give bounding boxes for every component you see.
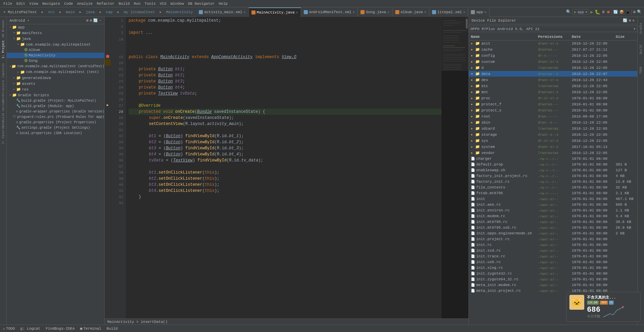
todo-button[interactable]: ⚠ TODO <box>3 326 15 331</box>
menu-navigate[interactable]: Navigate <box>40 2 62 6</box>
file-row-cache[interactable]: ▸ 📁cache drwxrwx--- 2017-07-27 21:11 <box>469 47 637 53</box>
tree-item-app[interactable]: ▾ 📁 app <box>7 24 104 30</box>
tree-item-song[interactable]: 🅐 Song <box>7 58 104 63</box>
close-icon[interactable]: ✕ <box>296 10 298 15</box>
device-selector[interactable]: OPPO R7Plus Android 5.0, API 21 ▾ <box>469 26 637 32</box>
code-text[interactable]: package com.example.cap.mylitepaltest; i… <box>126 17 441 318</box>
file-row-init-trace[interactable]: 📄init.trace.rc -rwxr-xr-- 1970-01-01 08:… <box>469 254 637 259</box>
file-row-d[interactable]: ▸ 📁d lrwxrwxrwx 2018-12-26 22:05 <box>469 65 637 71</box>
sdk-manager-icon[interactable]: 📦 <box>619 10 624 14</box>
menu-window[interactable]: Window <box>168 2 186 6</box>
file-row-sbin[interactable]: ▸ 📁sbin drwx--x--- 2018-12-26 22:05 <box>469 120 637 126</box>
tab-androidmanifest-xml[interactable]: AndroidManifest.xml ✕ <box>301 7 358 17</box>
file-row-protect-s[interactable]: ▸ 📁protect_s drwxrwx--- 2010-01-01 08:00 <box>469 107 637 113</box>
file-row-acct[interactable]: ▸ 📁acct drwxr-xr-x 2018-12-26 22:05 <box>469 41 637 47</box>
sync-button[interactable]: 🔄 <box>613 10 618 14</box>
file-row-fstab[interactable]: 📄fstab.mt6795 -rw-r----- 1970-01-01 08:0… <box>469 190 637 196</box>
run-button[interactable]: ▶ <box>590 9 593 15</box>
menu-vcs[interactable]: VCS <box>158 2 168 6</box>
tree-item-androidtest[interactable]: ▸ 📁 com.example.cap.mylitepaltest (andro… <box>7 63 104 69</box>
tree-item-package[interactable]: ▾ 📁 com.example.cap.mylitepaltest <box>7 42 104 47</box>
file-row-mnt[interactable]: ▸ 📁mnt drwxrwxr-x 2018-12-26 22:05 <box>469 89 637 95</box>
file-row-init-oppo[interactable]: 📄init.oppo.engineermode.sh -rwxr-xr-- 19… <box>469 231 637 236</box>
tab-album-java[interactable]: Album.java ✕ <box>393 7 429 17</box>
file-row-init-zygote64[interactable]: 📄init.zygote64_32.rc -rwxr-xr-- 1970-01-… <box>469 277 637 282</box>
sidebar-item-build-variants[interactable]: 5: Build Variants <box>0 102 6 122</box>
file-row-data[interactable]: ▾ 📁data drwxrwx--x 2018-12-26 22:07 <box>469 71 637 77</box>
debug-button[interactable]: 🐛 <box>595 9 600 15</box>
menu-edit[interactable]: Edit <box>14 2 27 6</box>
file-row-init-aee[interactable]: 📄init.aee.rc -rwxr-xr-- 1970-01-01 08:00… <box>469 202 637 208</box>
sidebar-item-captures[interactable]: Captures <box>0 60 6 80</box>
avd-manager-icon[interactable]: 📱 <box>625 10 630 14</box>
sidebar-settings-icon[interactable]: ⚙ <box>86 18 88 23</box>
tree-item-generatedjava[interactable]: ▸ 📁 generatedJava <box>7 75 104 81</box>
sidebar-item-db-browser[interactable]: DB Browser <box>0 18 6 39</box>
file-row-proc[interactable]: ▸ 📁proc dr-xr-xr-x 1970-01-01 08:00 <box>469 95 637 101</box>
close-icon[interactable]: ✕ <box>424 10 426 14</box>
file-row-sdcard[interactable]: ▸ 📁sdcard lrwxrwxrwx 2018-12-26 22:05 <box>469 126 637 132</box>
menu-code[interactable]: Code <box>62 2 75 6</box>
settings-icon[interactable]: ⚙ <box>629 18 631 23</box>
tree-item-build-gradle-module[interactable]: 🔧 build.gradle (Module: app) <box>7 103 104 109</box>
file-row-init-mt6795-usb[interactable]: 📄init.mt6795.usb.rc -rwxr-xr-- 1970-01-0… <box>469 225 637 231</box>
menu-view[interactable]: View <box>27 2 40 6</box>
file-row-factory-init-project[interactable]: 📄factory_init.project.rc -rw-r--r-- 1970… <box>469 173 637 179</box>
findbugs-button[interactable]: FindBugs-IDEA <box>46 327 75 331</box>
sidebar-item-build[interactable]: Build <box>638 39 644 59</box>
file-row-init-modem[interactable]: 📄init.modem.rc -rwxr-xr-- 1970-01-01 08:… <box>469 213 637 219</box>
breakpoint-marker[interactable] <box>105 53 111 59</box>
menu-build[interactable]: Build <box>116 2 132 6</box>
tree-item-build-gradle-project[interactable]: 🔧 build.gradle (Project: MyLitePalTest) <box>7 98 104 103</box>
logcat-button[interactable]: g: Logcat <box>20 327 40 331</box>
file-row-init-ssd[interactable]: 📄init.ssd.rc -rwxr-xr-- 1970-01-01 08:00 <box>469 248 637 254</box>
build-button[interactable]: Build <box>107 327 118 331</box>
tree-item-java[interactable]: ▾ 📁 java <box>7 36 104 42</box>
file-row-init-usb[interactable]: 📄init.usb.rc -rwxr-xr-- 1970-01-01 08:00 <box>469 259 637 265</box>
menu-tools[interactable]: Tools <box>142 2 158 6</box>
tree-item-mainactivity[interactable]: 🅐 MainActivity <box>7 53 104 58</box>
tree-item-gradle-props[interactable]: ⚙ gradle.properties (Project Properties) <box>7 120 104 125</box>
file-row-init-xlog[interactable]: 📄init.xlog.rc -rwxr-xr-- 1970-01-01 08:0… <box>469 265 637 271</box>
file-row-init-rc[interactable]: 📄init.rc -rwxr-xr-- 1970-01-01 08:00 <box>469 242 637 248</box>
file-row-init-environ[interactable]: 📄init.environ.rc -rwxr-xr-- 1970-01-01 0… <box>469 208 637 213</box>
menu-run[interactable]: Run <box>132 2 142 6</box>
stop-button[interactable]: ⏹ <box>607 10 610 14</box>
tree-item-gradle-wrapper[interactable]: ⚙ gradle-wrapper.properties (Gradle Vers… <box>7 109 104 114</box>
file-row-root[interactable]: ▸ 📁root drwx------ 2016-08-08 17:09 <box>469 113 637 120</box>
search-icon[interactable]: 🔍 <box>637 9 642 15</box>
file-row-config[interactable]: ▸ 📁config dr-x------ 2018-12-26 22:05 <box>469 53 637 59</box>
refresh-icon[interactable]: 🔄 <box>623 18 627 23</box>
search-everywhere-icon[interactable]: 🔍 <box>566 9 571 15</box>
tree-item-gradle-scripts[interactable]: ▾ 📁 Gradle Scripts <box>7 92 104 98</box>
file-row-storage[interactable]: ▸ 📁storage drwxr-x--x 2018-12-26 22:05 <box>469 132 637 138</box>
settings-icon[interactable]: ⚙ <box>633 9 636 15</box>
file-row-etc[interactable]: ▸ 📁etc lrwxrwxrwx 2018-12-26 22:05 <box>469 83 637 89</box>
file-row-factory-init[interactable]: 📄factory_init.rc -rw-r--r-- 1970-01-01 0… <box>469 179 637 185</box>
file-row-init-zygote32[interactable]: 📄init.zygote32.rc -rwxr-xr-- 1970-01-01 … <box>469 271 637 277</box>
file-row-init-mt6795[interactable]: 📄init.mt6795.rc -rwxr-xr-- 1970-01-01 08… <box>469 219 637 225</box>
code-view[interactable]: ▶ 1 2 3 18 19 20 <box>105 17 468 318</box>
file-row-meta-init-modem[interactable]: 📄meta_init.modem.rc -rwxr-xr-- 1970-01-0… <box>469 282 637 288</box>
terminal-button[interactable]: ▣ Terminal <box>80 326 101 331</box>
file-row-default-prop[interactable]: 📄default.prop -rw-r--r-- 1970-01-01 08:0… <box>469 162 637 168</box>
file-row-vendor[interactable]: ▸ 📁vendor lrwxrwxrwx 2018-12-26 22:05 <box>469 150 637 156</box>
coverage-button[interactable]: ⏸ <box>601 10 605 14</box>
close-icon[interactable]: ✕ <box>353 10 355 14</box>
tree-item-manifests[interactable]: ▾ 📁 manifests <box>7 30 104 36</box>
menu-analyze[interactable]: Analyze <box>75 2 95 6</box>
tab-litepal-xml[interactable]: litepal.xml ✕ <box>429 7 468 17</box>
sidebar-collapse-icon[interactable]: - <box>99 18 102 23</box>
run-config-dropdown[interactable]: ▶ app ▾ <box>572 9 589 15</box>
file-row-charger[interactable]: 📄charger -rw-r--r-- 1970-01-01 08:00 <box>469 156 637 162</box>
tree-item-proguard[interactable]: 🛡 proguard-rules.pro (ProGuard Rules for… <box>7 114 104 120</box>
file-row-dev[interactable]: ▸ 📁dev drwxr-xr-x 2018-12-26 22:43 <box>469 77 637 83</box>
file-row-protect-f[interactable]: ▸ 📁protect_f drwxrwx--- 2010-01-01 08:00 <box>469 101 637 107</box>
file-row-custom[interactable]: ▸ 📁custom drwxr-xr-x 2018-12-26 22:05 <box>469 59 637 65</box>
tree-item-album[interactable]: 🅐 Album <box>7 47 104 53</box>
sidebar-gear-icon[interactable]: ⚙ <box>90 18 92 23</box>
close-icon[interactable]: ✕ <box>632 18 635 23</box>
menu-file[interactable]: File <box>1 2 14 6</box>
close-icon[interactable]: ✕ <box>387 10 390 14</box>
tree-item-res[interactable]: ▸ 📁 res <box>7 86 104 92</box>
